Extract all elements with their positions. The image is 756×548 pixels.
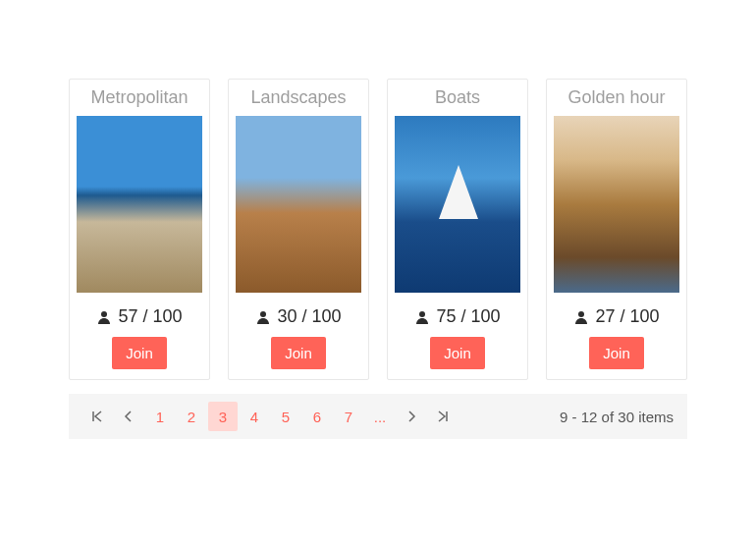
pager-pages: 1234567 xyxy=(145,402,363,431)
join-button[interactable]: Join xyxy=(112,337,167,369)
svg-point-3 xyxy=(578,311,584,317)
gallery-card: Golden hour 27 / 100 Join xyxy=(546,79,687,380)
pager-page-2[interactable]: 2 xyxy=(177,402,206,431)
card-thumbnail[interactable] xyxy=(77,116,202,293)
pager-next-button[interactable] xyxy=(397,402,426,431)
person-icon xyxy=(96,309,112,325)
pager-page-3[interactable]: 3 xyxy=(208,402,238,431)
card-grid: Metropolitan 57 / 100 Join Landscapes 30… xyxy=(69,79,687,380)
pager-page-5[interactable]: 5 xyxy=(271,402,300,431)
card-title: Golden hour xyxy=(564,80,669,116)
join-button[interactable]: Join xyxy=(589,337,644,369)
card-title: Metropolitan xyxy=(86,80,191,116)
card-count-row: 30 / 100 xyxy=(255,306,341,327)
pager-controls: 1234567 ... xyxy=(82,402,458,431)
card-count: 27 / 100 xyxy=(595,306,659,327)
pager-page-7[interactable]: 7 xyxy=(334,402,363,431)
gallery-card: Metropolitan 57 / 100 Join xyxy=(69,79,210,380)
card-thumbnail[interactable] xyxy=(554,116,679,293)
join-button[interactable]: Join xyxy=(271,337,326,369)
card-count: 57 / 100 xyxy=(118,306,182,327)
person-icon xyxy=(255,309,271,325)
svg-point-2 xyxy=(419,311,425,317)
pager-page-4[interactable]: 4 xyxy=(240,402,269,431)
card-count-row: 27 / 100 xyxy=(573,306,659,327)
card-count: 30 / 100 xyxy=(277,306,341,327)
pager-ellipsis[interactable]: ... xyxy=(365,402,395,431)
gallery-card: Landscapes 30 / 100 Join xyxy=(228,79,369,380)
pager-info: 9 - 12 of 30 items xyxy=(560,409,674,425)
card-thumbnail[interactable] xyxy=(236,116,361,293)
card-thumbnail[interactable] xyxy=(395,116,520,293)
card-count-row: 57 / 100 xyxy=(96,306,182,327)
pager-page-6[interactable]: 6 xyxy=(302,402,332,431)
join-button[interactable]: Join xyxy=(430,337,485,369)
gallery-card: Boats 75 / 100 Join xyxy=(387,79,528,380)
card-count: 75 / 100 xyxy=(436,306,500,327)
pager-prev-button[interactable] xyxy=(114,402,143,431)
card-count-row: 75 / 100 xyxy=(414,306,500,327)
svg-point-1 xyxy=(260,311,266,317)
pager: 1234567 ... 9 - 12 of 30 items xyxy=(69,394,687,439)
person-icon xyxy=(414,309,430,325)
pager-first-button[interactable] xyxy=(82,402,112,431)
pager-page-1[interactable]: 1 xyxy=(145,402,175,431)
person-icon xyxy=(573,309,589,325)
pager-last-button[interactable] xyxy=(428,402,458,431)
card-title: Landscapes xyxy=(246,80,350,116)
card-title: Boats xyxy=(431,80,484,116)
svg-point-0 xyxy=(101,311,107,317)
